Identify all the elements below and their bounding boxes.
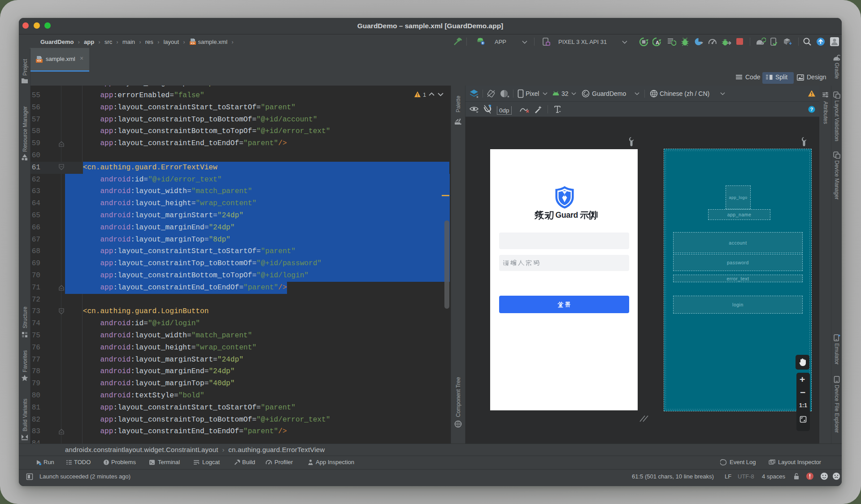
- svg-text:?: ?: [810, 107, 813, 112]
- svg-text:A: A: [656, 40, 659, 45]
- svg-text:1: 1: [423, 91, 426, 98]
- svg-text:<>: <>: [191, 42, 195, 45]
- svg-text:<>: <>: [37, 59, 41, 63]
